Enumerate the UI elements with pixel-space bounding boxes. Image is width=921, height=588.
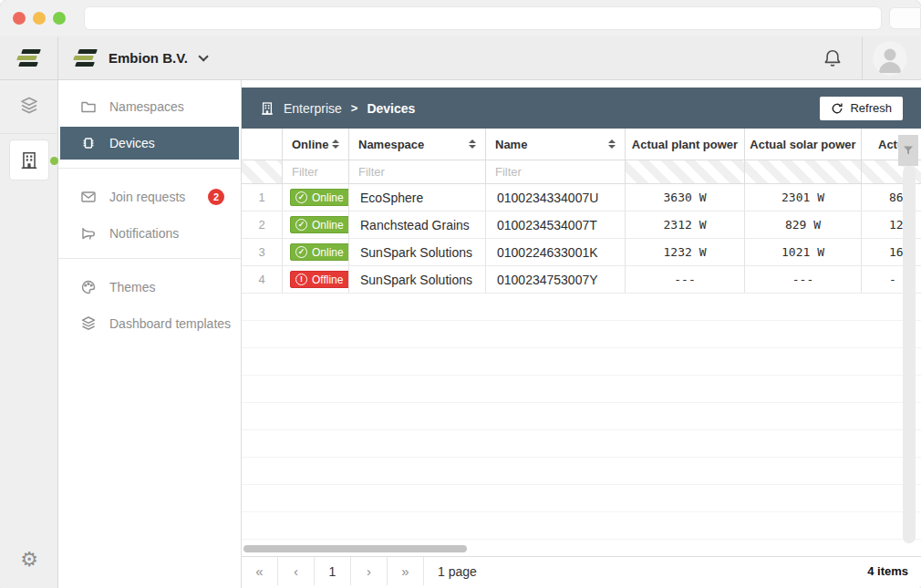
sidebar-item-devices[interactable]: Devices [60, 127, 239, 160]
page-1-button[interactable]: 1 [315, 557, 351, 585]
filter-row-toggle-button[interactable] [898, 135, 918, 166]
gear-icon: ⚙ [20, 548, 38, 571]
sidebar-item-namespaces[interactable]: Namespaces [58, 90, 241, 123]
status-badge-online: ✓Online [290, 189, 349, 206]
sidebar-item-label: Dashboard templates [109, 316, 231, 331]
sidebar-item-label: Join requests [109, 190, 185, 204]
check-circle-icon: ✓ [295, 191, 307, 203]
address-bar[interactable] [84, 6, 882, 30]
column-header-online[interactable]: Online [283, 129, 349, 160]
status-badge-offline: !Offline [290, 271, 349, 288]
layers-icon [19, 96, 39, 116]
filter-cell-namespace [349, 160, 486, 183]
empty-row [242, 321, 921, 348]
vertical-scrollbar[interactable] [903, 166, 916, 543]
envelope-icon [80, 189, 97, 205]
cell-plant: --- [626, 266, 745, 293]
sort-arrows-icon [469, 139, 476, 149]
close-window-button[interactable] [13, 12, 26, 25]
breadcrumb-root[interactable]: Enterprise [284, 101, 342, 116]
column-header-rownum [242, 129, 283, 160]
first-page-button[interactable]: « [242, 557, 278, 585]
person-icon [873, 41, 907, 76]
embion-logo-icon [16, 49, 42, 67]
online-status-dot [50, 157, 58, 165]
notifications-bell-button[interactable] [823, 48, 843, 68]
column-header-label: Online [292, 138, 328, 151]
rail-dashboards-button[interactable] [0, 96, 58, 116]
next-page-button[interactable]: › [351, 557, 388, 585]
cell-status: ✓Online [283, 239, 349, 265]
filter-input-namespace[interactable] [358, 165, 476, 179]
table-row[interactable]: 2✓OnlineRanchstead Grains0100234534007T2… [242, 211, 921, 239]
table-row[interactable]: 3✓OnlineSunSpark Solutions0100224633001K… [242, 239, 921, 266]
content-area: Enterprise > Devices Refresh OnlineNames… [242, 80, 921, 588]
minimize-window-button[interactable] [33, 12, 46, 25]
building-icon [260, 101, 274, 116]
join-requests-badge: 2 [208, 189, 224, 205]
sidebar-item-themes[interactable]: Themes [58, 271, 241, 304]
breadcrumb-separator: > [351, 101, 358, 115]
column-header-label: Actual plant power [632, 138, 738, 151]
cell-name: 0100234334007U [486, 184, 626, 211]
empty-row [242, 430, 921, 458]
sidebar-item-notifications[interactable]: Notifications [58, 217, 241, 250]
column-header-name[interactable]: Name [486, 129, 626, 160]
filter-input-online[interactable] [292, 165, 339, 179]
filter-input-name[interactable] [495, 165, 616, 179]
filter-cell-disabled [745, 160, 862, 183]
column-header-namespace[interactable]: Namespace [349, 129, 486, 160]
refresh-button[interactable]: Refresh [820, 97, 903, 120]
rail-enterprise-button[interactable] [10, 140, 48, 180]
palette-icon [80, 279, 97, 295]
sidebar-item-join-requests[interactable]: Join requests2 [58, 181, 241, 213]
table-row[interactable]: 4!OfflineSunSpark Solutions0100234753007… [242, 266, 921, 294]
status-label: Online [312, 246, 344, 259]
empty-row [242, 485, 921, 512]
user-avatar-button[interactable] [873, 41, 907, 76]
sidebar-item-dashboard-templates[interactable]: Dashboard templates [58, 307, 241, 340]
cell-namespace: SunSpark Solutions [349, 266, 486, 293]
bell-icon [823, 48, 843, 68]
column-header-actual-solar-power: Actual solar power [745, 129, 862, 160]
horizontal-scrollbar-thumb[interactable] [243, 545, 467, 552]
cell-status: ✓Online [283, 211, 349, 238]
refresh-icon [831, 102, 843, 115]
maximize-window-button[interactable] [53, 12, 66, 25]
cell-num: 3 [242, 239, 283, 265]
cell-namespace: Ranchstead Grains [349, 211, 486, 238]
column-header-label: Name [495, 138, 527, 151]
table-row[interactable]: 1✓OnlineEcoSphere0100234334007U3630 W230… [242, 184, 921, 211]
filter-cell-online [283, 160, 349, 183]
breadcrumb-current: Devices [367, 101, 415, 116]
refresh-label: Refresh [850, 101, 892, 115]
organization-switcher[interactable]: Embion B.V. [73, 36, 205, 79]
folder-icon [80, 98, 97, 115]
organization-name: Embion B.V. [109, 50, 188, 66]
layers-icon [80, 315, 97, 332]
last-page-button[interactable]: » [388, 557, 424, 585]
pager-bar: «‹1›» 1 page 4 items [242, 556, 921, 588]
check-circle-icon: ✓ [295, 219, 307, 231]
browser-chrome [0, 0, 921, 36]
app-logo-button[interactable] [0, 36, 58, 79]
status-label: Offline [312, 273, 343, 286]
check-circle-icon: ✓ [295, 246, 307, 258]
devices-table: OnlineNamespaceNameActual plant powerAct… [242, 129, 921, 540]
settings-button[interactable]: ⚙ [0, 550, 58, 570]
prev-page-button[interactable]: ‹ [278, 557, 315, 585]
cell-solar: 2301 W [745, 184, 862, 211]
menu-divider [58, 168, 241, 169]
cell-num: 4 [242, 266, 283, 293]
browser-extension-area[interactable] [889, 7, 921, 29]
browser-window: Embion B.V. [0, 0, 921, 588]
breadcrumb-bar: Enterprise > Devices Refresh [242, 88, 921, 129]
embion-logo-icon [73, 49, 98, 67]
cell-plant: 1232 W [626, 239, 745, 265]
cell-plant: 3630 W [626, 184, 745, 211]
header-divider [862, 36, 863, 79]
sidebar-item-label: Namespaces [109, 99, 184, 114]
filter-cell-disabled [626, 160, 745, 183]
cell-solar: 829 W [745, 211, 862, 238]
pager-buttons: «‹1›» [242, 557, 424, 585]
